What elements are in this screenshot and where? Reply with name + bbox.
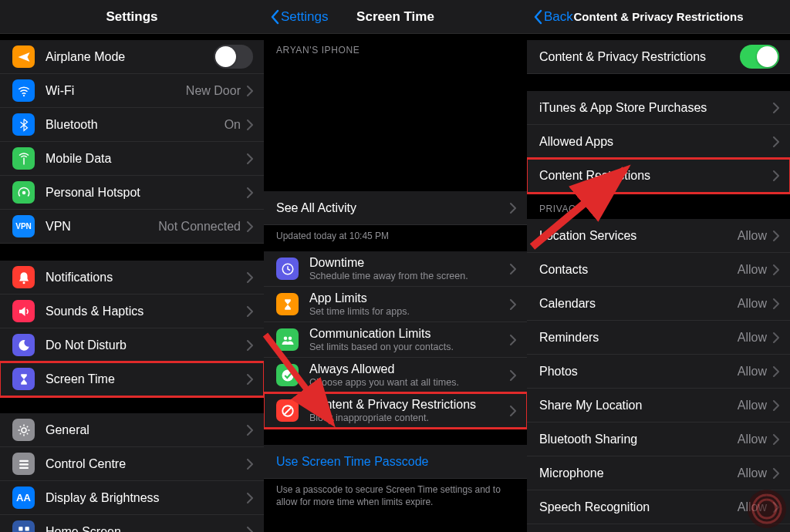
device-header: ARYAN'S IPHONE — [264, 34, 527, 60]
list-item[interactable]: Personal Hotspot — [0, 176, 264, 210]
back-to-settings[interactable]: Settings — [270, 9, 328, 25]
moon-icon — [17, 338, 31, 352]
restrictions-panel: Back Content & Privacy Restrictions Cont… — [527, 0, 790, 532]
antenna-icon — [17, 152, 31, 166]
row-label: General — [46, 423, 247, 437]
list-item[interactable]: Wi-FiNew Door — [0, 74, 264, 108]
chevron-right-icon — [510, 299, 516, 310]
check-icon — [281, 369, 295, 382]
list-item[interactable]: Allowed Apps — [527, 125, 790, 159]
row-label: Speech Recognition — [539, 500, 738, 514]
back-label: Back — [544, 9, 573, 25]
list-item[interactable]: VPNVPNNot Connected — [0, 210, 264, 244]
chevron-left-icon — [270, 9, 279, 25]
row-label: Wi-Fi — [46, 84, 186, 98]
row-label: Content Restrictions — [539, 169, 773, 183]
svg-point-16 — [283, 336, 287, 340]
list-item[interactable]: Sounds & Haptics — [0, 295, 264, 328]
row-label: Display & Brightness — [46, 491, 247, 505]
svg-point-0 — [22, 94, 24, 96]
chevron-right-icon — [247, 86, 253, 96]
list-item[interactable]: Share My LocationAllow — [527, 389, 790, 423]
row-sublabel: Block inappropriate content. — [309, 412, 510, 423]
row-label: Screen Time — [46, 372, 247, 386]
row-value: Allow — [738, 263, 767, 277]
row-label: Share My Location — [539, 399, 738, 412]
chevron-left-icon — [533, 9, 542, 25]
see-all-activity[interactable]: See All Activity — [264, 191, 527, 225]
list-item[interactable]: MicrophoneAllow — [527, 456, 790, 490]
list-item[interactable]: App LimitsSet time limits for apps. — [264, 287, 527, 322]
list-item[interactable]: iTunes & App Store Purchases — [527, 91, 790, 125]
list-item[interactable]: Location ServicesAllow — [527, 219, 790, 253]
list-item[interactable]: Content & Privacy RestrictionsBlock inap… — [264, 393, 527, 428]
people-icon — [281, 333, 295, 347]
row-label: Bluetooth Sharing — [539, 433, 738, 446]
chevron-right-icon — [247, 374, 253, 385]
row-icon — [276, 328, 299, 351]
list-item[interactable]: ContactsAllow — [527, 253, 790, 287]
svg-rect-8 — [19, 527, 22, 530]
row-sublabel: Schedule time away from the screen. — [309, 271, 510, 281]
svg-point-18 — [282, 369, 293, 381]
row-label: Notifications — [46, 271, 247, 285]
row-icon — [12, 181, 35, 204]
list-item[interactable]: Home Screen — [0, 515, 264, 532]
list-item[interactable]: BluetoothOn — [0, 108, 264, 142]
list-item[interactable]: AADisplay & Brightness — [0, 481, 264, 515]
row-icon — [12, 334, 35, 356]
screentime-header: Settings Screen Time — [264, 0, 527, 34]
row-sublabel: Set limits based on your contacts. — [309, 342, 510, 352]
see-all-label: See All Activity — [276, 201, 510, 215]
list-item[interactable]: AdvertisingAllow — [527, 524, 790, 532]
row-icon — [12, 419, 35, 441]
vpn-icon: VPN — [15, 222, 32, 231]
list-item[interactable]: Mobile Data — [0, 142, 264, 176]
chevron-right-icon — [510, 264, 516, 274]
list-item[interactable]: DowntimeSchedule time away from the scre… — [264, 251, 527, 287]
row-label: VPN — [46, 220, 158, 234]
chevron-right-icon — [773, 366, 779, 377]
list-item[interactable]: Notifications — [0, 261, 264, 295]
svg-point-4 — [22, 428, 26, 433]
toggle[interactable] — [214, 45, 253, 69]
list-item[interactable]: RemindersAllow — [527, 321, 790, 355]
svg-point-17 — [288, 336, 292, 340]
row-label: Personal Hotspot — [46, 186, 247, 200]
nosign-icon — [281, 404, 295, 418]
row-label: Do Not Disturb — [46, 338, 247, 352]
list-item[interactable]: Content Restrictions — [527, 159, 790, 193]
chevron-right-icon — [247, 425, 253, 436]
row-label: Microphone — [539, 466, 738, 480]
chevron-right-icon — [247, 493, 253, 503]
list-item[interactable]: Always AllowedChoose apps you want at al… — [264, 358, 527, 393]
chevron-right-icon — [510, 370, 516, 381]
screentime-panel: Settings Screen Time ARYAN'S IPHONE See … — [264, 0, 527, 532]
list-item[interactable]: CalendarsAllow — [527, 287, 790, 321]
screentime-passcode[interactable]: Use Screen Time Passcode — [264, 445, 527, 479]
master-toggle[interactable] — [740, 45, 779, 69]
row-label: Allowed Apps — [539, 135, 773, 149]
master-toggle-row[interactable]: Content & Privacy Restrictions — [527, 40, 790, 74]
chevron-right-icon — [247, 306, 253, 317]
row-label: Downtime — [309, 256, 510, 270]
row-icon — [12, 300, 35, 322]
list-item[interactable]: Screen Time — [0, 362, 264, 396]
svg-rect-7 — [19, 466, 29, 468]
downtime-icon — [281, 262, 295, 276]
chevron-right-icon — [773, 298, 779, 309]
list-item[interactable]: Control Centre — [0, 447, 264, 481]
row-label: iTunes & App Store Purchases — [539, 101, 773, 115]
chevron-right-icon — [247, 340, 253, 351]
row-value: Allow — [738, 433, 767, 446]
row-label: Contacts — [539, 263, 738, 277]
list-item[interactable]: PhotosAllow — [527, 355, 790, 389]
list-item[interactable]: Bluetooth SharingAllow — [527, 423, 790, 456]
back-button[interactable]: Back — [533, 9, 573, 25]
list-item[interactable]: Do Not Disturb — [0, 328, 264, 362]
row-label: Bluetooth — [46, 118, 225, 132]
list-item[interactable]: Communication LimitsSet limits based on … — [264, 322, 527, 358]
list-item[interactable]: General — [0, 413, 264, 447]
row-label: Always Allowed — [309, 362, 510, 376]
list-item[interactable]: Airplane Mode — [0, 40, 264, 74]
